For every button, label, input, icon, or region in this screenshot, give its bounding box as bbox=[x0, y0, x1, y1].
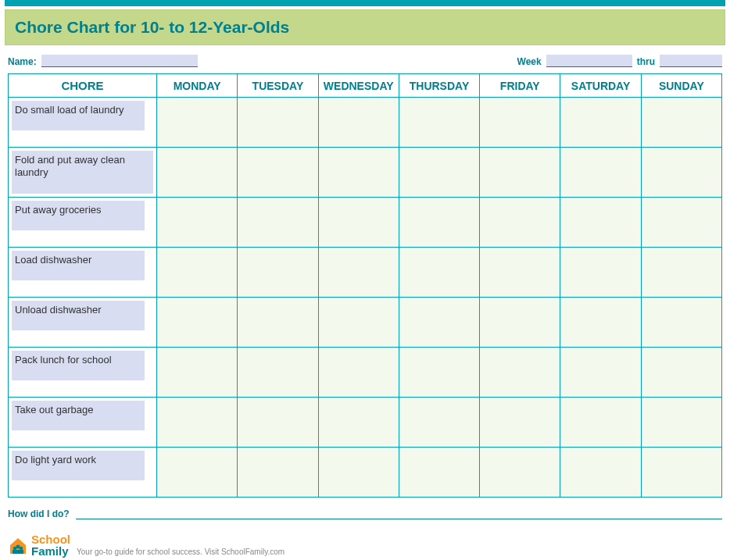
col-header-wednesday: WEDNESDAY bbox=[318, 74, 399, 98]
chore-label: Unload dishwasher bbox=[12, 301, 145, 330]
chore-cell: Fold and put away clean laundry bbox=[9, 148, 157, 198]
day-cell[interactable] bbox=[318, 398, 399, 448]
house-icon bbox=[8, 535, 28, 555]
day-cell[interactable] bbox=[641, 298, 721, 348]
day-cell[interactable] bbox=[641, 398, 721, 448]
chore-cell: Do small load of laundry bbox=[9, 98, 157, 148]
day-cell[interactable] bbox=[399, 98, 479, 148]
day-cell[interactable] bbox=[399, 348, 479, 398]
day-cell[interactable] bbox=[157, 98, 238, 148]
col-header-sunday: SUNDAY bbox=[641, 74, 721, 98]
col-header-tuesday: TUESDAY bbox=[238, 74, 318, 98]
day-cell[interactable] bbox=[480, 298, 560, 348]
day-cell[interactable] bbox=[480, 148, 560, 198]
day-cell[interactable] bbox=[318, 348, 399, 398]
week-start-input[interactable] bbox=[546, 55, 632, 67]
chore-label: Do small load of laundry bbox=[12, 101, 145, 130]
day-cell[interactable] bbox=[399, 298, 479, 348]
day-cell[interactable] bbox=[399, 198, 479, 248]
table-row: Fold and put away clean laundry bbox=[9, 148, 722, 198]
day-cell[interactable] bbox=[238, 448, 318, 498]
day-cell[interactable] bbox=[238, 348, 318, 398]
col-header-thursday: THURSDAY bbox=[399, 74, 479, 98]
col-header-monday: MONDAY bbox=[157, 74, 238, 98]
day-cell[interactable] bbox=[157, 148, 238, 198]
day-cell[interactable] bbox=[560, 398, 641, 448]
chore-label: Load dishwasher bbox=[12, 251, 145, 280]
day-cell[interactable] bbox=[238, 198, 318, 248]
day-cell[interactable] bbox=[560, 98, 641, 148]
day-cell[interactable] bbox=[399, 398, 479, 448]
day-cell[interactable] bbox=[238, 148, 318, 198]
week-field-group: Week thru bbox=[517, 55, 722, 67]
table-row: Do light yard work bbox=[9, 448, 722, 498]
page: Chore Chart for 10- to 12-Year-Olds Name… bbox=[0, 0, 730, 560]
day-cell[interactable] bbox=[238, 398, 318, 448]
top-accent-bar bbox=[5, 0, 725, 6]
day-cell[interactable] bbox=[560, 148, 641, 198]
day-cell[interactable] bbox=[399, 448, 479, 498]
day-cell[interactable] bbox=[318, 148, 399, 198]
day-cell[interactable] bbox=[318, 248, 399, 298]
col-header-friday: FRIDAY bbox=[480, 74, 560, 98]
day-cell[interactable] bbox=[238, 298, 318, 348]
day-cell[interactable] bbox=[480, 248, 560, 298]
day-cell[interactable] bbox=[318, 198, 399, 248]
day-cell[interactable] bbox=[480, 198, 560, 248]
day-cell[interactable] bbox=[641, 448, 721, 498]
how-input-line[interactable] bbox=[76, 512, 722, 519]
col-header-chore: CHORE bbox=[9, 74, 157, 98]
day-cell[interactable] bbox=[560, 298, 641, 348]
chore-cell: Put away groceries bbox=[9, 198, 157, 248]
day-cell[interactable] bbox=[480, 348, 560, 398]
day-cell[interactable] bbox=[238, 98, 318, 148]
day-cell[interactable] bbox=[318, 98, 399, 148]
chore-label: Do light yard work bbox=[12, 451, 145, 480]
day-cell[interactable] bbox=[560, 198, 641, 248]
day-cell[interactable] bbox=[399, 148, 479, 198]
day-cell[interactable] bbox=[157, 348, 238, 398]
day-cell[interactable] bbox=[157, 198, 238, 248]
day-cell[interactable] bbox=[641, 198, 721, 248]
day-cell[interactable] bbox=[641, 98, 721, 148]
chore-cell: Unload dishwasher bbox=[9, 298, 157, 348]
week-label: Week bbox=[517, 56, 542, 67]
thru-label: thru bbox=[637, 56, 655, 67]
day-cell[interactable] bbox=[560, 448, 641, 498]
day-cell[interactable] bbox=[157, 398, 238, 448]
table-row: Do small load of laundry bbox=[9, 98, 722, 148]
chore-cell: Take out garbage bbox=[9, 398, 157, 448]
name-label: Name: bbox=[8, 56, 37, 67]
day-cell[interactable] bbox=[560, 348, 641, 398]
page-title: Chore Chart for 10- to 12-Year-Olds bbox=[15, 18, 715, 37]
logo-text: School Family bbox=[31, 533, 70, 558]
day-cell[interactable] bbox=[641, 148, 721, 198]
svg-point-2 bbox=[20, 547, 23, 550]
day-cell[interactable] bbox=[157, 298, 238, 348]
week-end-input[interactable] bbox=[660, 55, 722, 67]
day-cell[interactable] bbox=[318, 448, 399, 498]
day-cell[interactable] bbox=[641, 248, 721, 298]
chore-label: Take out garbage bbox=[12, 401, 145, 430]
chore-table: CHORE MONDAY TUESDAY WEDNESDAY THURSDAY … bbox=[8, 73, 722, 498]
table-row: Unload dishwasher bbox=[9, 298, 722, 348]
col-header-saturday: SATURDAY bbox=[560, 74, 641, 98]
chore-cell: Do light yard work bbox=[9, 448, 157, 498]
day-cell[interactable] bbox=[560, 248, 641, 298]
day-cell[interactable] bbox=[157, 248, 238, 298]
svg-point-1 bbox=[16, 545, 20, 549]
day-cell[interactable] bbox=[238, 248, 318, 298]
day-cell[interactable] bbox=[480, 98, 560, 148]
day-cell[interactable] bbox=[399, 248, 479, 298]
how-did-i-do-row: How did I do? bbox=[8, 508, 722, 519]
footer: School Family Your go-to guide for schoo… bbox=[8, 533, 722, 558]
day-cell[interactable] bbox=[157, 448, 238, 498]
chore-label: Put away groceries bbox=[12, 201, 145, 230]
chore-cell: Pack lunch for school bbox=[9, 348, 157, 398]
day-cell[interactable] bbox=[480, 398, 560, 448]
day-cell[interactable] bbox=[641, 348, 721, 398]
table-header-row: CHORE MONDAY TUESDAY WEDNESDAY THURSDAY … bbox=[9, 74, 722, 98]
name-input[interactable] bbox=[41, 55, 198, 67]
day-cell[interactable] bbox=[318, 298, 399, 348]
day-cell[interactable] bbox=[480, 448, 560, 498]
